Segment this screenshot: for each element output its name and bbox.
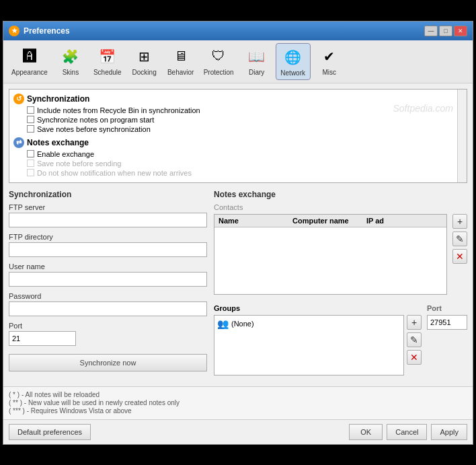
ftp-server-input[interactable] bbox=[9, 213, 207, 227]
port-label: Port bbox=[9, 322, 207, 330]
contacts-table: Name Computer name IP ad bbox=[214, 214, 447, 295]
apply-button[interactable]: Apply bbox=[431, 424, 467, 440]
exchange-label-2: Save note before sending bbox=[37, 159, 121, 168]
toolbar-item-network[interactable]: 🌐 Network bbox=[276, 43, 311, 80]
footer-notes: ( * ) - All notes will be reloaded ( ** … bbox=[3, 386, 473, 419]
toolbar-label-behavior: Behavior bbox=[167, 69, 194, 76]
synchronize-now-button[interactable]: Synchronize now bbox=[9, 354, 207, 371]
delete-group-button[interactable]: ✕ bbox=[407, 350, 422, 365]
sync-label-2: Synchronize notes on program start bbox=[37, 116, 154, 124]
add-group-button[interactable]: + bbox=[407, 315, 422, 330]
ftp-directory-group: FTP directory bbox=[9, 233, 207, 257]
user-name-input[interactable] bbox=[9, 272, 207, 287]
toolbar-item-misc[interactable]: ✔ Misc bbox=[312, 43, 347, 80]
port-section: Port bbox=[427, 304, 467, 330]
exchange-checkbox-3[interactable] bbox=[27, 169, 34, 176]
toolbar-label-network: Network bbox=[280, 69, 305, 77]
contacts-header: Name Computer name IP ad bbox=[214, 215, 446, 227]
exchange-label-3: Do not show notification when new note a… bbox=[37, 169, 192, 177]
toolbar-item-skins[interactable]: 🧩 Skins bbox=[53, 43, 88, 80]
preferences-window: ★ Preferences — □ ✕ 🅰 Appearance 🧩 Skins… bbox=[3, 21, 473, 445]
protection-icon: 🛡 bbox=[208, 46, 229, 67]
ftp-directory-label: FTP directory bbox=[9, 233, 207, 241]
title-bar-left: ★ Preferences bbox=[9, 26, 70, 36]
password-input[interactable] bbox=[9, 301, 207, 316]
minimize-button[interactable]: — bbox=[424, 26, 438, 36]
exchange-icon: ⇄ bbox=[13, 137, 24, 148]
ok-button[interactable]: OK bbox=[349, 424, 383, 440]
cancel-button[interactable]: Cancel bbox=[387, 424, 427, 440]
exchange-section-title: Notes exchange bbox=[27, 138, 89, 147]
sync-checkbox-3[interactable] bbox=[27, 125, 34, 133]
sync-title: Synchronization bbox=[9, 190, 207, 199]
edit-contact-button[interactable]: ✎ bbox=[452, 231, 467, 246]
preview-scrollbar[interactable] bbox=[457, 90, 467, 182]
port-input[interactable] bbox=[9, 331, 76, 346]
sync-column: Synchronization FTP server FTP directory… bbox=[9, 190, 207, 375]
exchange-label-1: Enable exchange bbox=[37, 150, 94, 158]
toolbar-item-diary[interactable]: 📖 Diary bbox=[239, 43, 274, 80]
sync-checkbox-1[interactable] bbox=[27, 106, 34, 114]
docking-icon: ⊞ bbox=[134, 46, 155, 67]
password-label: Password bbox=[9, 292, 207, 300]
ftp-server-group: FTP server bbox=[9, 203, 207, 227]
col-name: Name bbox=[217, 216, 291, 225]
ftp-directory-input[interactable] bbox=[9, 242, 207, 257]
col-computer-name: Computer name bbox=[291, 216, 365, 225]
footer-note-2: ( ** ) - New value will be used in newly… bbox=[9, 399, 467, 406]
contacts-side-buttons: + ✎ ✕ bbox=[452, 214, 467, 300]
toolbar-label-skins: Skins bbox=[63, 69, 79, 76]
sync-section-title: Synchronization bbox=[27, 94, 89, 104]
user-name-group: User name bbox=[9, 262, 207, 287]
exchange-section-header: ⇄ Notes exchange bbox=[13, 137, 453, 148]
default-preferences-button[interactable]: Default preferences bbox=[9, 424, 91, 440]
network-icon: 🌐 bbox=[282, 46, 304, 68]
port-group: Port bbox=[9, 322, 207, 346]
preview-sync-item-3: Save notes before synchronization bbox=[27, 125, 453, 133]
main-columns: Synchronization FTP server FTP directory… bbox=[9, 190, 467, 375]
diary-icon: 📖 bbox=[246, 46, 268, 67]
group-item-none: 👥 (None) bbox=[217, 318, 401, 329]
title-bar: ★ Preferences — □ ✕ bbox=[3, 22, 473, 40]
sync-label-1: Include notes from Recycle Bin in synchr… bbox=[37, 106, 200, 114]
toolbar-label-misc: Misc bbox=[322, 69, 336, 76]
sync-checkbox-2[interactable] bbox=[27, 116, 34, 123]
toolbar-item-protection[interactable]: 🛡 Protection bbox=[200, 43, 238, 80]
window-title: Preferences bbox=[24, 26, 70, 36]
preview-sync-item-2: Synchronize notes on program start bbox=[27, 116, 453, 124]
toolbar-label-protection: Protection bbox=[204, 69, 234, 76]
contacts-area: Name Computer name IP ad + ✎ ✕ bbox=[214, 214, 467, 300]
col-ip: IP ad bbox=[365, 216, 444, 225]
notes-exchange-title: Notes exchange bbox=[214, 190, 467, 199]
exchange-checkbox-1[interactable] bbox=[27, 150, 34, 157]
window-controls: — □ ✕ bbox=[424, 26, 467, 36]
edit-group-button[interactable]: ✎ bbox=[407, 332, 422, 347]
content-area: ↺ Synchronization Include notes from Rec… bbox=[3, 83, 473, 381]
groups-label: Groups bbox=[214, 304, 422, 312]
toolbar-item-schedule[interactable]: 📅 Schedule bbox=[89, 43, 126, 80]
appearance-icon: 🅰 bbox=[19, 46, 40, 67]
groups-side-buttons: + ✎ ✕ bbox=[407, 315, 422, 365]
toolbar-item-appearance[interactable]: 🅰 Appearance bbox=[7, 43, 52, 80]
preview-sync-item-1: Include notes from Recycle Bin in synchr… bbox=[27, 106, 453, 114]
groups-inner: Groups 👥 (None) + ✎ ✕ bbox=[214, 304, 422, 375]
preview-box: ↺ Synchronization Include notes from Rec… bbox=[9, 89, 467, 183]
notes-exchange-port-input[interactable] bbox=[427, 315, 467, 330]
maximize-button[interactable]: □ bbox=[439, 26, 452, 36]
action-buttons: OK Cancel Apply bbox=[349, 424, 467, 440]
footer-buttons: Default preferences OK Cancel Apply bbox=[3, 419, 473, 444]
toolbar-item-behavior[interactable]: 🖥 Behavior bbox=[163, 43, 198, 80]
toolbar-item-docking[interactable]: ⊞ Docking bbox=[127, 43, 162, 80]
password-group: Password bbox=[9, 292, 207, 316]
sync-icon: ↺ bbox=[13, 94, 24, 104]
close-button[interactable]: ✕ bbox=[454, 26, 467, 36]
delete-contact-button[interactable]: ✕ bbox=[452, 249, 467, 264]
toolbar-label-schedule: Schedule bbox=[93, 69, 122, 76]
add-contact-button[interactable]: + bbox=[452, 214, 467, 229]
exchange-checkbox-2[interactable] bbox=[27, 159, 34, 167]
contacts-label: Contacts bbox=[214, 203, 467, 211]
preview-exchange-item-3: Do not show notification when new note a… bbox=[27, 169, 453, 177]
preview-exchange-item-2: Save note before sending bbox=[27, 159, 453, 168]
groups-area: Groups 👥 (None) + ✎ ✕ bbox=[214, 304, 467, 375]
skins-icon: 🧩 bbox=[60, 46, 81, 67]
